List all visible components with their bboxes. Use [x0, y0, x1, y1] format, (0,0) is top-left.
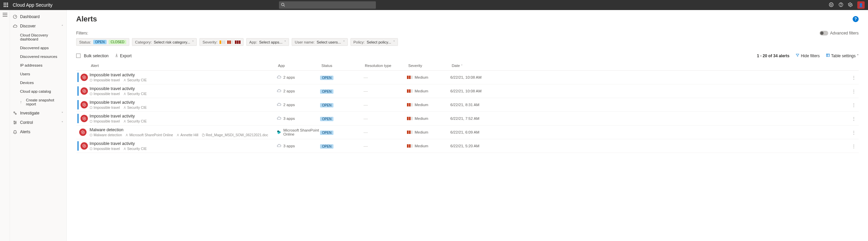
resolution-cell: — — [364, 89, 407, 94]
col-alert[interactable]: Alert — [90, 63, 277, 68]
table-row[interactable]: Malware detectionMalware detectionMicros… — [76, 126, 859, 139]
sidebar-label: Investigate — [20, 111, 39, 115]
sidebar-item-investigate[interactable]: Investigate ˅ — [10, 108, 66, 118]
severity-medium-icon[interactable] — [227, 41, 233, 44]
app-launcher-icon[interactable] — [3, 2, 9, 8]
sidebar-item-cloud-app-catalog[interactable]: Cloud app catalog — [10, 87, 66, 96]
row-more-icon[interactable]: ⋮ — [848, 143, 859, 149]
sidebar-item-create-snapshot-report[interactable]: ↑ Create snapshot report — [10, 96, 66, 108]
alert-type-icon — [79, 129, 87, 136]
svg-point-9 — [281, 3, 284, 6]
filter-app[interactable]: App: Select apps... ˅ — [246, 38, 289, 46]
global-search[interactable] — [279, 1, 376, 9]
svg-rect-30 — [826, 54, 829, 57]
sidebar-item-users[interactable]: Users — [10, 70, 66, 78]
filter-status[interactable]: Status: OPEN CLOSED — [76, 38, 129, 46]
filter-category[interactable]: Category: Select risk category... ˅ — [132, 38, 197, 46]
table-row[interactable]: Impossible travel activityImpossible tra… — [76, 139, 859, 153]
chevron-down-icon: ˅ — [61, 111, 63, 115]
sidebar: Dashboard Discover ˄ Cloud Discovery das… — [10, 10, 67, 241]
svg-point-15 — [841, 5, 841, 6]
sidebar-item-control[interactable]: Control ˅ — [10, 118, 66, 127]
severity-low-icon[interactable] — [219, 41, 225, 44]
cloud-icon — [277, 75, 281, 80]
alert-subtitle: Impossible travelSecurity CIE — [90, 146, 277, 151]
row-more-icon[interactable]: ⋮ — [848, 116, 859, 121]
table-row[interactable]: Impossible travel activityImpossible tra… — [76, 98, 859, 112]
severity-medium-icon — [407, 144, 413, 148]
svg-rect-7 — [5, 6, 6, 7]
cloud-icon — [13, 24, 18, 28]
search-input[interactable] — [279, 1, 376, 9]
svg-rect-43 — [90, 120, 92, 122]
filter-policy[interactable]: Policy: Select policy... ˅ — [350, 38, 398, 46]
hamburger-icon[interactable] — [3, 13, 7, 18]
resolution-cell: — — [364, 116, 407, 121]
svg-rect-5 — [7, 4, 8, 5]
chevron-down-icon: ˅ — [393, 40, 395, 44]
filters-label: Filters: — [76, 31, 88, 35]
alert-subtitle: Malware detectionMicrosoft SharePoint On… — [90, 133, 277, 137]
table-row[interactable]: Impossible travel activityImpossible tra… — [76, 71, 859, 84]
svg-rect-34 — [90, 79, 92, 81]
search-icon — [281, 3, 285, 8]
help-icon[interactable] — [839, 2, 843, 8]
status-badge: OPEN — [320, 89, 334, 94]
severity-high-icon[interactable] — [235, 41, 241, 44]
bulk-selection-button[interactable]: Bulk selection — [76, 54, 108, 58]
row-more-icon[interactable]: ⋮ — [848, 130, 859, 135]
export-button[interactable]: Export — [115, 53, 132, 58]
table-settings-button[interactable]: Table settings ˅ — [826, 53, 859, 58]
svg-point-39 — [84, 104, 85, 105]
col-status[interactable]: Status — [320, 63, 364, 68]
page-help-icon[interactable]: ? — [852, 16, 859, 22]
row-more-icon[interactable]: ⋮ — [848, 89, 859, 94]
table-row[interactable]: Impossible travel activityImpossible tra… — [76, 112, 859, 126]
svg-point-42 — [84, 118, 85, 119]
table-row[interactable]: Impossible travel activityImpossible tra… — [76, 84, 859, 98]
feedback-icon[interactable] — [829, 2, 834, 8]
resolution-cell: — — [364, 130, 407, 135]
row-more-icon[interactable]: ⋮ — [848, 102, 859, 107]
row-more-icon[interactable]: ⋮ — [848, 75, 859, 80]
severity-medium-icon — [407, 131, 413, 134]
settings-icon[interactable] — [848, 2, 852, 8]
user-avatar[interactable]: 👤 — [857, 1, 865, 9]
filter-severity[interactable]: Severity: — [199, 38, 244, 46]
sidebar-item-dashboard[interactable]: Dashboard — [10, 12, 66, 21]
chevron-down-icon: ˅ — [192, 40, 194, 44]
col-app[interactable]: App — [277, 63, 320, 68]
svg-point-11 — [829, 3, 833, 7]
filter-username[interactable]: User name: Select users... ˅ — [292, 38, 347, 46]
alert-type-icon — [81, 115, 88, 122]
advanced-filters-label: Advanced filters — [830, 31, 859, 35]
col-date[interactable]: Date ˅ — [451, 63, 848, 68]
sidebar-item-cloud-discovery-dashboard[interactable]: Cloud Discovery dashboard — [10, 31, 66, 44]
hide-filters-button[interactable]: Hide filters — [796, 53, 820, 58]
col-resolution[interactable]: Resolution type — [364, 63, 407, 68]
sidebar-item-ip-addresses[interactable]: IP addresses — [10, 61, 66, 70]
svg-rect-8 — [7, 6, 8, 7]
row-indicator — [78, 73, 79, 82]
sidebar-item-devices[interactable]: Devices — [10, 78, 66, 87]
sidebar-item-alerts[interactable]: Alerts — [10, 127, 66, 137]
date-cell: 6/22/21, 6:09 AM — [451, 130, 848, 134]
status-open-tag[interactable]: OPEN — [93, 40, 106, 44]
cloud-icon — [277, 88, 281, 94]
svg-point-54 — [124, 148, 125, 149]
status-closed-tag[interactable]: CLOSED — [108, 40, 126, 44]
filter-bar: Status: OPEN CLOSED Category: Select ris… — [76, 38, 859, 46]
sidebar-item-discover[interactable]: Discover ˄ — [10, 21, 66, 31]
advanced-filters-toggle[interactable] — [819, 31, 828, 35]
col-severity[interactable]: Severity — [407, 63, 451, 68]
sidebar-item-discovered-apps[interactable]: Discovered apps — [10, 44, 66, 52]
filter-icon — [796, 53, 800, 58]
app-title: Cloud App Security — [13, 2, 53, 8]
severity-cell: Medium — [407, 75, 451, 79]
alert-type-icon — [81, 74, 88, 81]
svg-rect-0 — [4, 3, 5, 4]
checkbox-icon[interactable] — [76, 54, 81, 58]
svg-point-47 — [126, 134, 127, 135]
dashboard-icon — [13, 15, 18, 19]
sidebar-item-discovered-resources[interactable]: Discovered resources — [10, 52, 66, 61]
